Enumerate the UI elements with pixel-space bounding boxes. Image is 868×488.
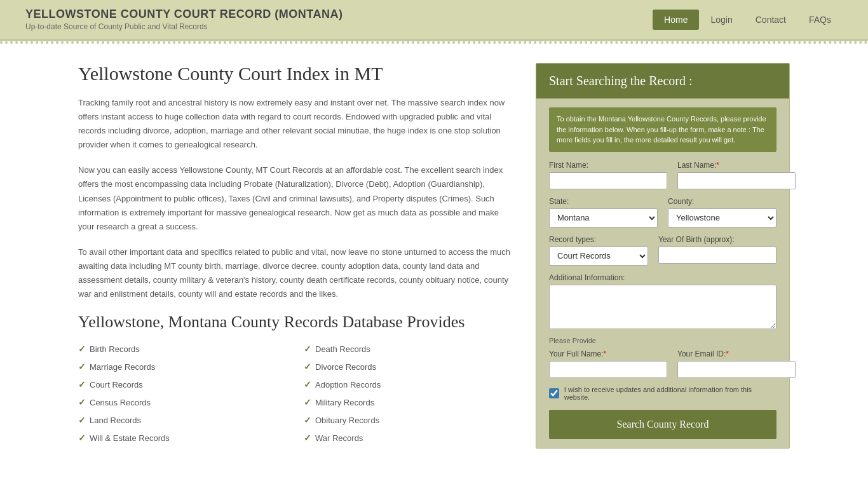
checkmark-icon: ✓	[78, 397, 86, 407]
checkmark-icon: ✓	[78, 415, 86, 425]
record-label: Land Records	[90, 416, 141, 425]
state-group: State: Montana Alabama Alaska Arizona	[549, 197, 658, 227]
email-required: *	[726, 349, 729, 358]
full-name-label: Your Full Name:*	[549, 349, 667, 358]
nav-faqs[interactable]: FAQs	[797, 10, 843, 30]
year-birth-input[interactable]	[658, 247, 776, 264]
year-birth-label: Year Of Birth (approx):	[658, 235, 776, 244]
county-group: County: Yellowstone Big Horn Cascade Gal…	[668, 197, 776, 227]
content-para2: Now you can easily access Yellowstone Co…	[78, 163, 517, 233]
record-label: Will & Estate Records	[90, 433, 170, 443]
record-label: Divorce Records	[315, 362, 376, 372]
list-item: ✓ Obituary Records	[304, 413, 517, 427]
checkmark-icon: ✓	[304, 433, 311, 443]
checkmark-icon: ✓	[304, 415, 311, 425]
list-item: ✓ Land Records	[78, 413, 291, 427]
search-sidebar: Start Searching the Record : To obtain t…	[536, 63, 790, 449]
last-name-group: Last Name:*	[677, 161, 796, 189]
first-name-label: First Name:	[549, 161, 667, 170]
record-label: Military Records	[315, 398, 374, 407]
checkmark-icon: ✓	[78, 362, 86, 372]
name-row: First Name: Last Name:*	[549, 161, 776, 189]
newsletter-checkbox-row: I wish to receive updates and additional…	[549, 386, 776, 401]
checkmark-icon: ✓	[78, 433, 86, 443]
contact-row: Your Full Name:* Your Email ID:*	[549, 349, 776, 378]
full-name-input[interactable]	[549, 361, 667, 378]
list-item: ✓ Death Records	[304, 342, 517, 356]
checkmark-icon: ✓	[304, 362, 311, 372]
county-label: County:	[668, 197, 776, 206]
additional-info-group: Additional Information:	[549, 273, 776, 329]
last-name-input[interactable]	[677, 172, 796, 189]
content-area: Yellowstone County Court Index in MT Tra…	[78, 63, 517, 449]
first-name-input[interactable]	[549, 172, 667, 189]
county-select[interactable]: Yellowstone Big Horn Cascade Gallatin	[668, 208, 776, 227]
year-birth-group: Year Of Birth (approx):	[658, 235, 776, 266]
record-type-group: Record types: Court Records Birth Record…	[549, 235, 648, 266]
last-name-required: *	[716, 161, 719, 170]
header-branding: YELLOWSTONE COUNTY COURT RECORD (MONTANA…	[25, 8, 343, 31]
nav-login[interactable]: Login	[699, 10, 743, 30]
page-heading: Yellowstone County Court Index in MT	[78, 63, 517, 85]
record-year-row: Record types: Court Records Birth Record…	[549, 235, 776, 266]
list-item: ✓ War Records	[304, 431, 517, 445]
form-body: To obtain the Montana Yellowstone County…	[536, 98, 789, 448]
full-name-required: *	[604, 349, 607, 358]
site-title: YELLOWSTONE COUNTY COURT RECORD (MONTANA…	[25, 8, 343, 21]
record-label: Obituary Records	[315, 416, 379, 425]
state-label: State:	[549, 197, 658, 206]
form-heading: Start Searching the Record :	[536, 64, 789, 98]
newsletter-checkbox[interactable]	[549, 388, 559, 398]
site-subtitle: Up-to-date Source of County Public and V…	[25, 22, 343, 31]
checkmark-icon: ✓	[78, 379, 86, 390]
record-label: Marriage Records	[90, 362, 155, 372]
checkmark-icon: ✓	[78, 344, 86, 354]
form-notice: To obtain the Montana Yellowstone County…	[549, 107, 776, 152]
checkmark-icon: ✓	[304, 397, 311, 407]
list-item: ✓ Birth Records	[78, 342, 291, 356]
list-item: ✓ Military Records	[304, 395, 517, 409]
list-item: ✓ Marriage Records	[78, 360, 291, 374]
records-heading: Yellowstone, Montana County Records Data…	[78, 313, 517, 332]
records-list: ✓ Birth Records ✓ Death Records ✓ Marria…	[78, 342, 517, 445]
email-group: Your Email ID:*	[677, 349, 796, 378]
checkmark-icon: ✓	[304, 344, 311, 354]
nav-home[interactable]: Home	[653, 10, 699, 30]
record-label: Court Records	[90, 380, 143, 390]
first-name-group: First Name:	[549, 161, 667, 189]
full-name-group: Your Full Name:*	[549, 349, 667, 378]
newsletter-checkbox-label: I wish to receive updates and additional…	[564, 386, 776, 401]
email-label: Your Email ID:*	[677, 349, 796, 358]
record-label: Adoption Records	[315, 380, 381, 390]
record-label: Birth Records	[90, 344, 140, 354]
record-type-select[interactable]: Court Records Birth Records Death Record…	[549, 247, 648, 266]
record-label: War Records	[315, 433, 363, 443]
main-nav: Home Login Contact FAQs	[653, 10, 843, 30]
state-county-row: State: Montana Alabama Alaska Arizona Co…	[549, 197, 776, 227]
search-county-record-button[interactable]: Search County Record	[549, 410, 776, 439]
last-name-label: Last Name:*	[677, 161, 796, 170]
checkmark-icon: ✓	[304, 379, 311, 390]
list-item: ✓ Divorce Records	[304, 360, 517, 374]
email-input[interactable]	[677, 361, 796, 378]
content-para3: To avail other important data and specif…	[78, 245, 517, 301]
content-para1: Tracking family root and ancestral histo…	[78, 96, 517, 152]
record-label: Death Records	[315, 344, 370, 354]
state-select[interactable]: Montana Alabama Alaska Arizona	[549, 208, 658, 227]
additional-info-label: Additional Information:	[549, 273, 776, 282]
record-label: Census Records	[90, 398, 151, 407]
record-type-label: Record types:	[549, 235, 648, 244]
search-form-card: Start Searching the Record : To obtain t…	[536, 63, 790, 449]
list-item: ✓ Will & Estate Records	[78, 431, 291, 445]
nav-contact[interactable]: Contact	[744, 10, 797, 30]
list-item: ✓ Adoption Records	[304, 377, 517, 391]
additional-info-textarea[interactable]	[549, 285, 776, 329]
please-provide-label: Please Provide	[549, 337, 776, 344]
main-content: Yellowstone County Court Index in MT Tra…	[53, 44, 815, 468]
site-header: YELLOWSTONE COUNTY COURT RECORD (MONTANA…	[0, 0, 868, 41]
list-item: ✓ Court Records	[78, 377, 291, 391]
list-item: ✓ Census Records	[78, 395, 291, 409]
